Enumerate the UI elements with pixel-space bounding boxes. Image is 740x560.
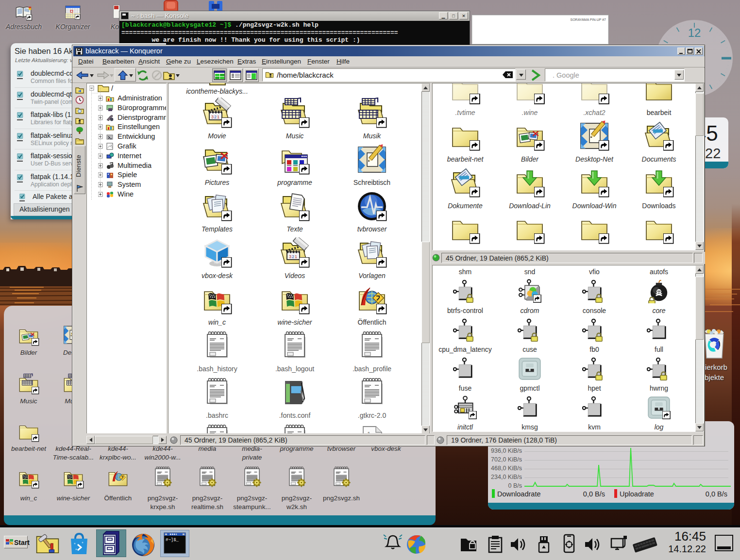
svg-text:#~]$_: #~]$_	[166, 538, 179, 543]
svg-text:12: 12	[688, 26, 701, 39]
